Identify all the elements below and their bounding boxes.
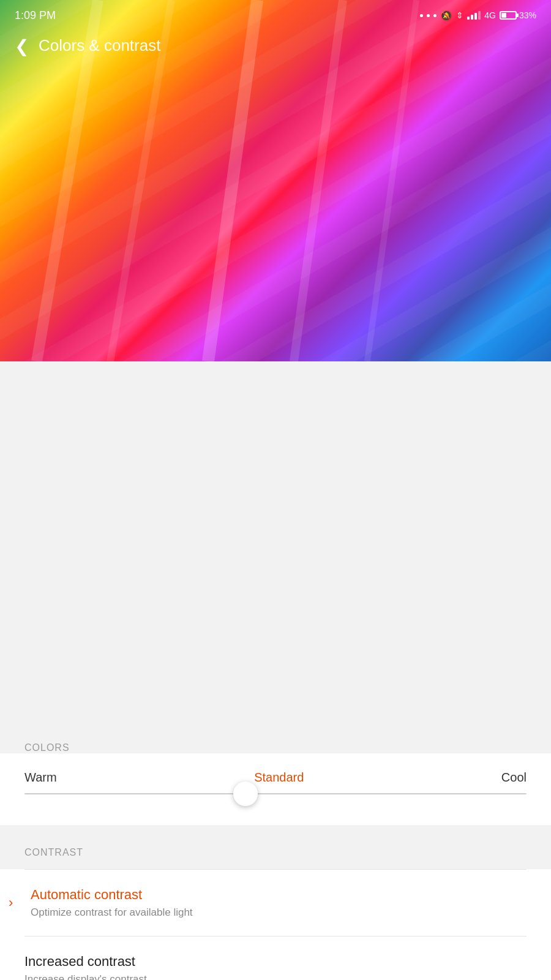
- battery-container: 33%: [500, 10, 536, 20]
- increased-contrast-title: Increased contrast: [24, 954, 527, 970]
- slider-track: [24, 793, 527, 794]
- automatic-contrast-subtitle: Optimize contrast for available light: [31, 907, 527, 919]
- battery-percent: 33%: [519, 10, 536, 20]
- colors-section-label: COLORS: [24, 742, 70, 753]
- cool-label: Cool: [501, 771, 527, 785]
- contrast-item-increased[interactable]: Increased contrast Increase display's co…: [0, 937, 551, 980]
- signal-bar-2: [471, 15, 473, 20]
- signal-bars: [467, 11, 481, 20]
- automatic-contrast-title: Automatic contrast: [31, 887, 527, 903]
- signal-bar-3: [474, 13, 477, 20]
- page-title: Colors & contrast: [39, 36, 160, 55]
- contrast-section: CONTRAST › Automatic contrast Optimize c…: [0, 830, 551, 980]
- vibrate-icon: ⇕: [456, 10, 463, 20]
- increased-contrast-subtitle: Increase display's contrast: [24, 973, 527, 980]
- section-separator: [0, 825, 551, 830]
- battery-fill: [501, 13, 506, 18]
- network-type: 4G: [484, 10, 496, 20]
- standard-label: Standard: [254, 771, 304, 785]
- color-temperature-slider[interactable]: [24, 793, 527, 807]
- signal-dot-3: [433, 14, 437, 17]
- contrast-item-automatic[interactable]: › Automatic contrast Optimize contrast f…: [0, 870, 551, 936]
- mute-icon: 🔕: [440, 10, 452, 21]
- main-content: COLORS Warm Standard Cool CONTRAST › Aut…: [0, 723, 551, 980]
- active-chevron-icon: ›: [9, 895, 13, 911]
- signal-dot-2: [427, 14, 430, 17]
- signal-bar-1: [467, 17, 470, 20]
- contrast-section-label: CONTRAST: [24, 847, 83, 858]
- back-button[interactable]: ❮: [15, 38, 29, 55]
- contrast-section-header: CONTRAST: [0, 830, 551, 869]
- status-bar: 1:09 PM 🔕 ⇕ 4G 33%: [0, 0, 551, 31]
- battery-icon: [500, 11, 517, 20]
- slider-thumb[interactable]: [233, 782, 258, 806]
- signal-bar-4: [478, 11, 481, 20]
- color-temperature-labels: Warm Standard Cool: [24, 753, 527, 793]
- colors-section-header: COLORS: [0, 723, 551, 753]
- status-icons: 🔕 ⇕ 4G 33%: [420, 10, 536, 21]
- warm-label: Warm: [24, 771, 57, 785]
- status-time: 1:09 PM: [15, 9, 56, 22]
- signal-dot-1: [420, 14, 423, 17]
- colors-section: Warm Standard Cool: [0, 753, 551, 825]
